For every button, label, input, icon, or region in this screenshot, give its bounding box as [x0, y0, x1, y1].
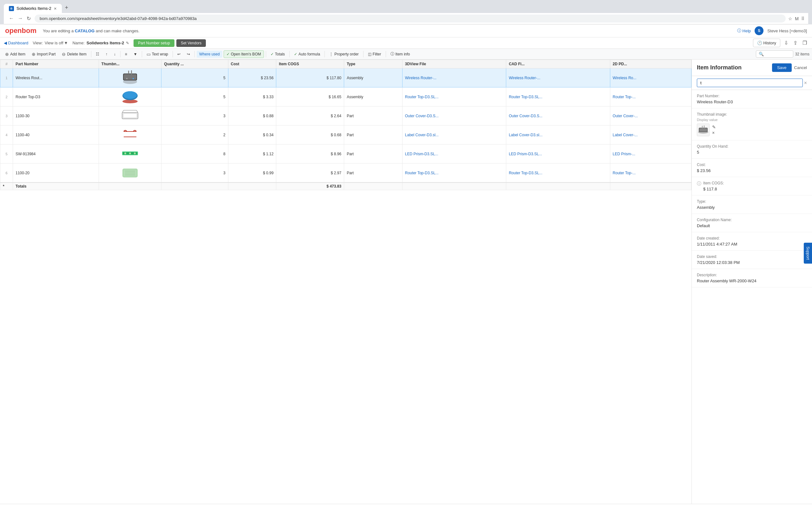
cell-type[interactable]: Assembly	[344, 69, 403, 87]
cell-type[interactable]: Part	[344, 145, 403, 164]
support-tab[interactable]: Support	[804, 242, 812, 263]
grid-view-button[interactable]: ☷	[93, 51, 102, 58]
cell-cad[interactable]: Router Top-D3.SL...	[506, 87, 610, 106]
cell-part-number[interactable]: Wireless Rout...	[13, 69, 99, 87]
cell-cost[interactable]: $ 1.12	[228, 145, 276, 164]
cell-part-number[interactable]: 1100-20	[13, 164, 99, 183]
cell-2d[interactable]: Label Cover-...	[610, 125, 691, 145]
part-number-setup-button[interactable]: Part Number setup	[134, 39, 175, 47]
close-tab-icon[interactable]: ×	[54, 6, 57, 11]
set-vendors-button[interactable]: Set Vendors	[176, 39, 206, 47]
help-button[interactable]: ⓘ Help	[737, 28, 751, 33]
search-input[interactable]	[765, 52, 791, 57]
back-icon[interactable]: ←	[8, 14, 15, 23]
cell-3dview[interactable]: Wireless Router-...	[402, 69, 506, 87]
text-wrap-button[interactable]: ▭ Text wrap	[144, 51, 171, 58]
view-toggle[interactable]: View is off ▼	[45, 40, 68, 45]
table-row[interactable]: 6 1100-20 3 $ 0.99 $ 2.97 Part Router To…	[0, 164, 691, 183]
cell-3dview[interactable]: Label Cover-D3.sl...	[402, 125, 506, 145]
panel-search-input[interactable]	[697, 79, 803, 87]
col-cad[interactable]: CAD Fi...	[506, 60, 610, 69]
cell-cad[interactable]: LED Prism-D3.SL...	[506, 145, 610, 164]
cell-2d[interactable]: LED Prism-...	[610, 145, 691, 164]
cell-type[interactable]: Part	[344, 106, 403, 125]
cell-part-number[interactable]: SW-913984	[13, 145, 99, 164]
cell-quantity[interactable]: 3	[161, 106, 228, 125]
table-row[interactable]: 2 Router Top-D3 5 $ 3.33 $ 16.65 Assembl…	[0, 87, 691, 106]
col-part-number[interactable]: Part Number	[13, 60, 99, 69]
sort-asc-button[interactable]: ↑	[103, 51, 110, 58]
bookmark-icon[interactable]: ☆	[788, 16, 792, 21]
cell-cost[interactable]: $ 0.99	[228, 164, 276, 183]
user-name[interactable]: Steve Hess [+demo3]	[767, 28, 807, 33]
cell-part-number[interactable]: 1100-40	[13, 125, 99, 145]
cell-3dview[interactable]: Outer Cover-D3.S...	[402, 106, 506, 125]
totals-button[interactable]: ✓ Totals	[268, 51, 287, 58]
edit-name-icon[interactable]: ✎	[126, 41, 129, 45]
url-bar[interactable]: bom.openbom.com/spreadsheet/inventory/e3…	[35, 15, 786, 22]
spreadsheet[interactable]: # Part Number Thumbn... Quantity ... Cos…	[0, 60, 691, 504]
cell-2d[interactable]: Router Top-...	[610, 87, 691, 106]
cell-2d[interactable]: Outer Cover-...	[610, 106, 691, 125]
cell-cost[interactable]: $ 23.56	[228, 69, 276, 87]
undo-button[interactable]: ↩	[175, 51, 183, 58]
cell-cost[interactable]: $ 0.34	[228, 125, 276, 145]
col-cost[interactable]: Cost	[228, 60, 276, 69]
table-row[interactable]: 1 Wireless Rout... 5 $ 23.56 $ 117.80 As…	[0, 69, 691, 87]
cell-cost[interactable]: $ 3.33	[228, 87, 276, 106]
item-info-button[interactable]: ⓘ Item info	[388, 50, 413, 58]
cell-item-cogs[interactable]: $ 8.96	[276, 145, 344, 164]
share2-icon[interactable]: ❐	[801, 39, 808, 47]
cell-cad[interactable]: Label Cover-D3.sl...	[506, 125, 610, 145]
sort-desc-button[interactable]: ↓	[111, 51, 118, 58]
cell-quantity[interactable]: 8	[161, 145, 228, 164]
dashboard-link[interactable]: ◀ Dashboard	[4, 40, 28, 45]
download-icon[interactable]: ⇩	[783, 39, 790, 47]
new-tab-button[interactable]: +	[62, 3, 72, 13]
align-button[interactable]: ≡	[122, 51, 130, 58]
open-bom-button[interactable]: ✓ Open Item's BOM	[224, 51, 264, 58]
panel-cancel-button[interactable]: Cancel	[794, 65, 807, 70]
add-item-button[interactable]: ⊕ Add Item	[3, 51, 28, 58]
search-box[interactable]: 🔍	[756, 51, 793, 58]
cell-2d[interactable]: Wireless Ro...	[610, 69, 691, 87]
auto-formula-button[interactable]: ✓ Auto formula	[291, 51, 323, 58]
col-thumbnail[interactable]: Thumbn...	[98, 60, 161, 69]
col-2d[interactable]: 2D PD...	[610, 60, 691, 69]
cell-cad[interactable]: Router Top-D3.SL...	[506, 164, 610, 183]
browser-tab-active[interactable]: B Solidworks Items-2 ×	[4, 4, 62, 13]
cell-item-cogs[interactable]: $ 16.65	[276, 87, 344, 106]
cell-type[interactable]: Part	[344, 164, 403, 183]
table-row[interactable]: 4 1100-40 2 $ 0.34 $ 0.68 Part Label Cov…	[0, 125, 691, 145]
redo-button[interactable]: ↪	[184, 51, 193, 58]
cell-cad[interactable]: Wireless Router-...	[506, 69, 610, 87]
gmail-icon[interactable]: M	[795, 16, 799, 21]
cell-cost[interactable]: $ 0.88	[228, 106, 276, 125]
history-button[interactable]: 🕐 History	[753, 39, 780, 47]
cell-item-cogs[interactable]: $ 2.64	[276, 106, 344, 125]
cell-3dview[interactable]: Router Top-D3.SL...	[402, 87, 506, 106]
col-3dview[interactable]: 3DView File	[402, 60, 506, 69]
table-row[interactable]: 5 SW-913984 8 $ 1.12 $ 8.96 Part LED Pri…	[0, 145, 691, 164]
cell-2d[interactable]: Router Top-...	[610, 164, 691, 183]
cell-quantity[interactable]: 5	[161, 69, 228, 87]
cell-part-number[interactable]: 1100-30	[13, 106, 99, 125]
refresh-icon[interactable]: ↻	[25, 14, 32, 23]
panel-search-clear-icon[interactable]: ×	[804, 80, 807, 86]
cell-part-number[interactable]: Router Top-D3	[13, 87, 99, 106]
cell-quantity[interactable]: 3	[161, 164, 228, 183]
forward-icon[interactable]: →	[16, 14, 24, 23]
cell-type[interactable]: Assembly	[344, 87, 403, 106]
cell-quantity[interactable]: 5	[161, 87, 228, 106]
col-type[interactable]: Type	[344, 60, 403, 69]
import-part-button[interactable]: ⊕ Import Part	[29, 51, 58, 58]
cell-quantity[interactable]: 2	[161, 125, 228, 145]
delete-thumbnail-icon[interactable]: ×	[712, 130, 716, 135]
cogs-info-icon[interactable]: ⓘ	[697, 181, 701, 187]
where-used-button[interactable]: Where used	[197, 51, 222, 58]
share-icon[interactable]: ⇪	[792, 39, 799, 47]
cell-type[interactable]: Part	[344, 125, 403, 145]
cell-3dview[interactable]: LED Prism-D3.SL...	[402, 145, 506, 164]
col-quantity[interactable]: Quantity ...	[161, 60, 228, 69]
property-order-button[interactable]: ⋮ Property order	[327, 51, 361, 58]
